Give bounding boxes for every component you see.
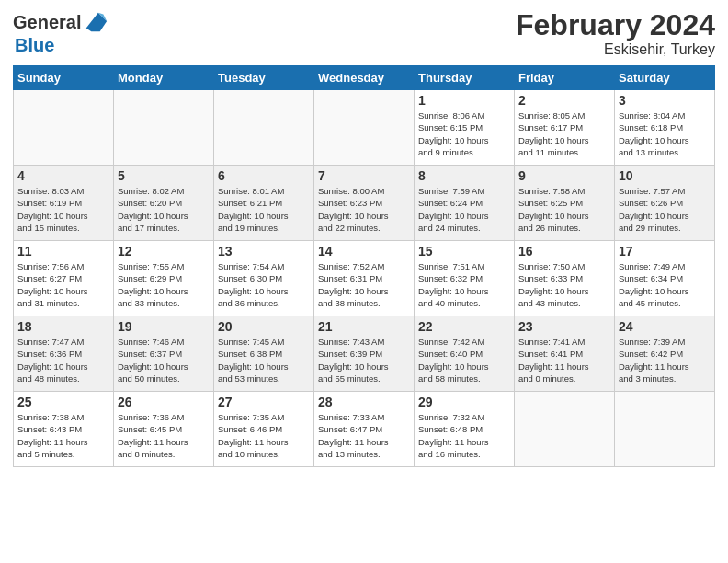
calendar-cell: 17Sunrise: 7:49 AM Sunset: 6:34 PM Dayli… — [615, 241, 715, 316]
calendar-cell: 11Sunrise: 7:56 AM Sunset: 6:27 PM Dayli… — [14, 241, 114, 316]
day-number: 5 — [118, 168, 210, 183]
day-number: 16 — [518, 244, 610, 259]
calendar-cell: 15Sunrise: 7:51 AM Sunset: 6:32 PM Dayli… — [415, 241, 515, 316]
calendar-cell: 2Sunrise: 8:05 AM Sunset: 6:17 PM Daylig… — [515, 90, 615, 166]
day-number: 23 — [518, 319, 610, 334]
day-info: Sunrise: 7:39 AM Sunset: 6:42 PM Dayligh… — [619, 336, 711, 385]
calendar-week-row: 1Sunrise: 8:06 AM Sunset: 6:15 PM Daylig… — [14, 90, 715, 166]
calendar-cell: 20Sunrise: 7:45 AM Sunset: 6:38 PM Dayli… — [214, 316, 314, 392]
calendar-cell: 27Sunrise: 7:35 AM Sunset: 6:46 PM Dayli… — [214, 392, 314, 467]
calendar: SundayMondayTuesdayWednesdayThursdayFrid… — [13, 65, 715, 467]
day-info: Sunrise: 7:33 AM Sunset: 6:47 PM Dayligh… — [318, 411, 410, 460]
calendar-cell: 23Sunrise: 7:41 AM Sunset: 6:41 PM Dayli… — [515, 316, 615, 392]
day-info: Sunrise: 8:00 AM Sunset: 6:23 PM Dayligh… — [318, 185, 410, 234]
day-info: Sunrise: 7:55 AM Sunset: 6:29 PM Dayligh… — [118, 260, 210, 309]
calendar-week-row: 25Sunrise: 7:38 AM Sunset: 6:43 PM Dayli… — [14, 392, 715, 467]
day-info: Sunrise: 8:01 AM Sunset: 6:21 PM Dayligh… — [218, 185, 310, 234]
day-number: 15 — [418, 244, 510, 259]
calendar-cell: 24Sunrise: 7:39 AM Sunset: 6:42 PM Dayli… — [615, 316, 715, 392]
day-number: 29 — [418, 395, 510, 409]
day-number: 20 — [218, 319, 310, 334]
calendar-week-row: 4Sunrise: 8:03 AM Sunset: 6:19 PM Daylig… — [14, 166, 715, 241]
calendar-cell: 3Sunrise: 8:04 AM Sunset: 6:18 PM Daylig… — [615, 90, 715, 166]
calendar-cell: 6Sunrise: 8:01 AM Sunset: 6:21 PM Daylig… — [214, 166, 314, 241]
day-info: Sunrise: 7:59 AM Sunset: 6:24 PM Dayligh… — [418, 185, 510, 234]
day-number: 24 — [619, 319, 711, 334]
calendar-cell: 13Sunrise: 7:54 AM Sunset: 6:30 PM Dayli… — [214, 241, 314, 316]
calendar-cell: 21Sunrise: 7:43 AM Sunset: 6:39 PM Dayli… — [314, 316, 415, 392]
day-number: 28 — [318, 395, 410, 409]
day-info: Sunrise: 7:45 AM Sunset: 6:38 PM Dayligh… — [218, 336, 310, 385]
day-number: 17 — [619, 244, 711, 259]
header: General Blue February 2024 Eskisehir, Tu… — [13, 9, 715, 58]
day-info: Sunrise: 7:54 AM Sunset: 6:30 PM Dayligh… — [218, 260, 310, 309]
day-number: 26 — [118, 395, 210, 409]
calendar-header-thursday: Thursday — [415, 66, 515, 90]
calendar-cell: 22Sunrise: 7:42 AM Sunset: 6:40 PM Dayli… — [415, 316, 515, 392]
day-number: 11 — [17, 244, 109, 259]
day-number: 3 — [619, 93, 711, 108]
day-info: Sunrise: 7:41 AM Sunset: 6:41 PM Dayligh… — [518, 336, 610, 385]
day-number: 9 — [518, 168, 610, 183]
day-info: Sunrise: 7:36 AM Sunset: 6:45 PM Dayligh… — [118, 411, 210, 460]
day-number: 13 — [218, 244, 310, 259]
calendar-cell: 19Sunrise: 7:46 AM Sunset: 6:37 PM Dayli… — [114, 316, 214, 392]
logo: General Blue — [13, 9, 108, 56]
calendar-cell: 12Sunrise: 7:55 AM Sunset: 6:29 PM Dayli… — [114, 241, 214, 316]
day-info: Sunrise: 8:06 AM Sunset: 6:15 PM Dayligh… — [418, 109, 510, 158]
day-info: Sunrise: 7:42 AM Sunset: 6:40 PM Dayligh… — [418, 336, 510, 385]
title-area: February 2024 Eskisehir, Turkey — [516, 9, 715, 58]
logo-icon — [83, 9, 108, 35]
day-info: Sunrise: 8:04 AM Sunset: 6:18 PM Dayligh… — [619, 109, 711, 158]
calendar-header-sunday: Sunday — [14, 66, 114, 90]
calendar-cell: 7Sunrise: 8:00 AM Sunset: 6:23 PM Daylig… — [314, 166, 415, 241]
calendar-cell: 1Sunrise: 8:06 AM Sunset: 6:15 PM Daylig… — [415, 90, 515, 166]
day-number: 1 — [418, 93, 510, 108]
day-info: Sunrise: 7:57 AM Sunset: 6:26 PM Dayligh… — [619, 185, 711, 234]
day-number: 25 — [17, 395, 109, 409]
day-info: Sunrise: 8:02 AM Sunset: 6:20 PM Dayligh… — [118, 185, 210, 234]
calendar-cell — [314, 90, 415, 166]
calendar-cell: 18Sunrise: 7:47 AM Sunset: 6:36 PM Dayli… — [14, 316, 114, 392]
day-number: 8 — [418, 168, 510, 183]
calendar-week-row: 11Sunrise: 7:56 AM Sunset: 6:27 PM Dayli… — [14, 241, 715, 316]
day-number: 18 — [17, 319, 109, 334]
day-number: 22 — [418, 319, 510, 334]
day-info: Sunrise: 7:58 AM Sunset: 6:25 PM Dayligh… — [518, 185, 610, 234]
calendar-cell: 10Sunrise: 7:57 AM Sunset: 6:26 PM Dayli… — [615, 166, 715, 241]
day-number: 27 — [218, 395, 310, 409]
day-number: 14 — [318, 244, 410, 259]
calendar-cell: 29Sunrise: 7:32 AM Sunset: 6:48 PM Dayli… — [415, 392, 515, 467]
calendar-cell: 5Sunrise: 8:02 AM Sunset: 6:20 PM Daylig… — [114, 166, 214, 241]
day-info: Sunrise: 7:52 AM Sunset: 6:31 PM Dayligh… — [318, 260, 410, 309]
calendar-cell: 8Sunrise: 7:59 AM Sunset: 6:24 PM Daylig… — [415, 166, 515, 241]
calendar-cell: 4Sunrise: 8:03 AM Sunset: 6:19 PM Daylig… — [14, 166, 114, 241]
calendar-cell: 26Sunrise: 7:36 AM Sunset: 6:45 PM Dayli… — [114, 392, 214, 467]
day-number: 7 — [318, 168, 410, 183]
day-number: 12 — [118, 244, 210, 259]
calendar-cell: 25Sunrise: 7:38 AM Sunset: 6:43 PM Dayli… — [14, 392, 114, 467]
day-number: 21 — [318, 319, 410, 334]
logo-general-text: General — [13, 12, 81, 33]
calendar-header-monday: Monday — [114, 66, 214, 90]
calendar-cell — [14, 90, 114, 166]
day-info: Sunrise: 7:49 AM Sunset: 6:34 PM Dayligh… — [619, 260, 711, 309]
day-info: Sunrise: 7:43 AM Sunset: 6:39 PM Dayligh… — [318, 336, 410, 385]
day-info: Sunrise: 7:46 AM Sunset: 6:37 PM Dayligh… — [118, 336, 210, 385]
day-number: 2 — [518, 93, 610, 108]
calendar-cell: 14Sunrise: 7:52 AM Sunset: 6:31 PM Dayli… — [314, 241, 415, 316]
calendar-header-friday: Friday — [515, 66, 615, 90]
day-info: Sunrise: 8:03 AM Sunset: 6:19 PM Dayligh… — [17, 185, 109, 234]
calendar-cell — [114, 90, 214, 166]
day-info: Sunrise: 7:32 AM Sunset: 6:48 PM Dayligh… — [418, 411, 510, 460]
day-info: Sunrise: 7:51 AM Sunset: 6:32 PM Dayligh… — [418, 260, 510, 309]
month-year: February 2024 — [516, 9, 715, 41]
day-number: 10 — [619, 168, 711, 183]
day-number: 4 — [17, 168, 109, 183]
calendar-header-saturday: Saturday — [615, 66, 715, 90]
calendar-week-row: 18Sunrise: 7:47 AM Sunset: 6:36 PM Dayli… — [14, 316, 715, 392]
calendar-cell — [214, 90, 314, 166]
calendar-cell: 28Sunrise: 7:33 AM Sunset: 6:47 PM Dayli… — [314, 392, 415, 467]
calendar-cell: 9Sunrise: 7:58 AM Sunset: 6:25 PM Daylig… — [515, 166, 615, 241]
day-info: Sunrise: 7:38 AM Sunset: 6:43 PM Dayligh… — [17, 411, 109, 460]
